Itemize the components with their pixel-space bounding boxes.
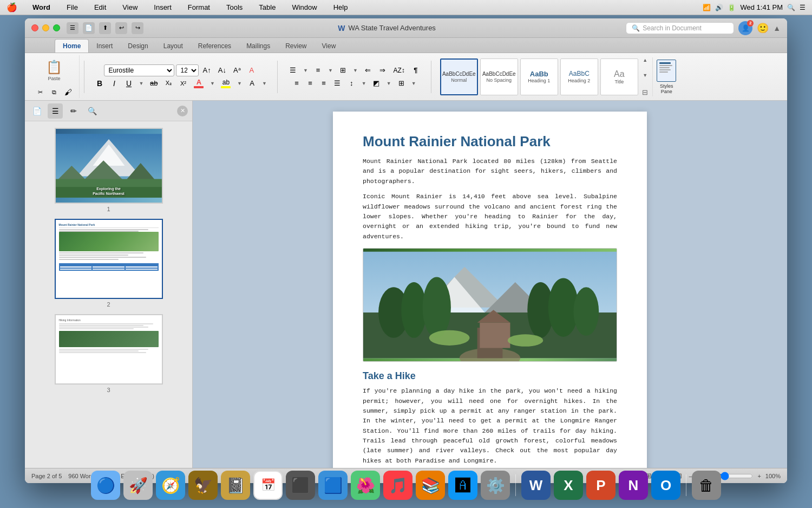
dock-sysprefs[interactable]: ⚙️: [481, 471, 510, 500]
borders-button[interactable]: ⊞: [395, 77, 408, 89]
increase-indent-button[interactable]: ⇒: [376, 64, 389, 76]
close-button[interactable]: [31, 24, 38, 31]
share-icon[interactable]: ⬆: [99, 22, 111, 34]
dock-word[interactable]: W: [521, 471, 551, 500]
menu-file[interactable]: File: [63, 2, 81, 12]
dock-appstore2[interactable]: 🟦: [318, 471, 348, 500]
line-spacing-chevron[interactable]: ▼: [359, 77, 368, 89]
search-menubar-icon[interactable]: 🔍: [787, 4, 795, 11]
sort-button[interactable]: AZ↕: [390, 64, 407, 76]
volume-icon[interactable]: 🔊: [715, 4, 723, 11]
dock-powerpoint[interactable]: P: [586, 471, 615, 500]
tab-references[interactable]: References: [191, 40, 239, 53]
styles-pane-button[interactable]: Styles Pane: [652, 57, 680, 96]
main-document-area[interactable]: Mount Rainier National Park Mount Rainie…: [193, 101, 787, 468]
bullets-button[interactable]: ☰: [286, 64, 299, 76]
thumbnail-scroll[interactable]: Exploring the Pacific Northwest 1 Mount …: [25, 121, 192, 468]
redo-title-icon[interactable]: ↪: [132, 22, 143, 34]
multilevel-chevron[interactable]: ▼: [351, 64, 359, 76]
page-2-thumbnail[interactable]: Mount Rainier National Park: [55, 219, 163, 299]
tab-design[interactable]: Design: [120, 40, 155, 53]
menu-view[interactable]: View: [119, 2, 141, 12]
style-heading2[interactable]: AaBbC Heading 2: [560, 58, 598, 95]
subscript-button[interactable]: X₂: [162, 77, 175, 89]
bold-button[interactable]: B: [93, 77, 106, 89]
dock-launchpad[interactable]: 🚀: [123, 471, 153, 500]
control-icon[interactable]: ☰: [800, 4, 806, 11]
edit-view-icon[interactable]: ✏: [66, 103, 81, 119]
style-no-spacing[interactable]: AaBbCcDdEe No Spacing: [480, 58, 518, 95]
user-avatar[interactable]: 👤 2: [738, 21, 752, 35]
dock-appstore[interactable]: 🅰: [448, 471, 477, 500]
font-selector[interactable]: Eurostile: [104, 64, 174, 76]
shading-chevron[interactable]: ▼: [384, 77, 393, 89]
text-effects-button[interactable]: A: [245, 77, 258, 89]
font-color-chevron[interactable]: ▼: [208, 77, 217, 89]
close-panel-button[interactable]: ✕: [177, 106, 188, 116]
tab-layout[interactable]: Layout: [156, 40, 191, 53]
italic-button[interactable]: I: [108, 77, 121, 89]
dock-excel[interactable]: X: [554, 471, 583, 500]
shading-button[interactable]: ◩: [370, 77, 383, 89]
change-case-button[interactable]: Aᵃ: [231, 64, 244, 76]
underline-button[interactable]: U: [122, 77, 135, 89]
tab-insert[interactable]: Insert: [89, 40, 120, 53]
font-color-button[interactable]: A: [191, 77, 206, 89]
dock-photos[interactable]: 🌺: [351, 471, 380, 500]
tab-view[interactable]: View: [315, 40, 344, 53]
thumbnail-page-1[interactable]: Exploring the Pacific Northwest 1: [55, 128, 163, 212]
decrease-indent-button[interactable]: ⇐: [361, 64, 374, 76]
battery-icon[interactable]: 🔋: [728, 4, 736, 11]
tab-review[interactable]: Review: [278, 40, 314, 53]
dock-books[interactable]: 📚: [416, 471, 445, 500]
dock-finder[interactable]: 🔵: [91, 471, 120, 500]
strikethrough-button[interactable]: ab: [147, 77, 160, 89]
thumbnail-page-3[interactable]: Hiking Information: [55, 314, 163, 393]
dock-safari[interactable]: 🧭: [156, 471, 185, 500]
page-3-thumbnail[interactable]: Hiking Information: [55, 314, 163, 385]
superscript-button[interactable]: X²: [176, 77, 189, 89]
borders-chevron[interactable]: ▼: [409, 77, 418, 89]
highlight-button[interactable]: ab: [218, 77, 233, 89]
page-1-thumbnail[interactable]: Exploring the Pacific Northwest: [55, 128, 163, 204]
wifi-icon[interactable]: 📶: [703, 4, 711, 11]
thumbnail-page-2[interactable]: Mount Rainier National Park: [55, 219, 163, 308]
emoji-picker-icon[interactable]: 🙂: [757, 22, 769, 34]
cut-button[interactable]: ✂: [34, 86, 47, 98]
align-left-button[interactable]: ≡: [291, 77, 303, 89]
numbering-button[interactable]: ≡: [311, 64, 324, 76]
dock-calendar[interactable]: 📅: [253, 471, 283, 500]
menu-window[interactable]: Window: [289, 2, 320, 12]
list-view-icon[interactable]: ☰: [48, 103, 63, 119]
underline-chevron[interactable]: ▼: [137, 77, 146, 89]
dock-onenote[interactable]: N: [619, 471, 648, 500]
menu-help[interactable]: Help: [330, 2, 351, 12]
bullets-chevron[interactable]: ▼: [301, 64, 310, 76]
menu-edit[interactable]: Edit: [91, 2, 109, 12]
copy-button[interactable]: ⧉: [48, 86, 61, 98]
dock-outlook[interactable]: O: [651, 471, 680, 500]
multilevel-button[interactable]: ⊞: [336, 64, 349, 76]
tab-home[interactable]: Home: [55, 39, 89, 53]
search-box[interactable]: 🔍 Search in Document: [626, 22, 734, 34]
style-title[interactable]: Aa Title: [600, 58, 638, 95]
style-heading1[interactable]: AaBb Heading 1: [520, 58, 558, 95]
style-normal[interactable]: AaBbCcDdEe Normal: [440, 58, 478, 95]
increase-font-button[interactable]: A↑: [200, 64, 214, 76]
format-painter-button[interactable]: 🖌: [62, 86, 75, 98]
dock-system[interactable]: ⬛: [286, 471, 315, 500]
menu-tools[interactable]: Tools: [223, 2, 246, 12]
doc-icon[interactable]: 📄: [83, 22, 95, 34]
menu-table[interactable]: Table: [256, 2, 279, 12]
tab-mailings[interactable]: Mailings: [239, 40, 278, 53]
dock-bird[interactable]: 🦅: [188, 471, 218, 500]
doc-view-icon[interactable]: 📄: [29, 103, 44, 119]
dock-trash[interactable]: 🗑: [692, 471, 721, 500]
minimize-button[interactable]: [42, 24, 49, 31]
align-justify-button[interactable]: ☰: [331, 77, 343, 89]
font-size-selector[interactable]: 12: [176, 64, 199, 76]
show-formatting-button[interactable]: ¶: [409, 64, 422, 76]
menu-word[interactable]: Word: [29, 2, 54, 12]
numbering-chevron[interactable]: ▼: [326, 64, 335, 76]
align-center-button[interactable]: ≡: [304, 77, 316, 89]
